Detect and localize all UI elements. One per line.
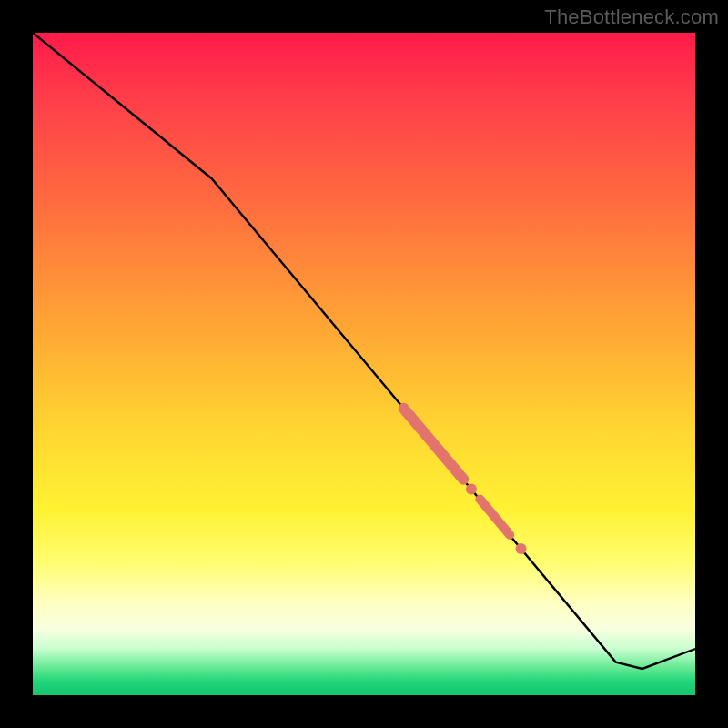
thick-lower xyxy=(480,500,510,535)
dot-low xyxy=(516,543,527,554)
highlight-group xyxy=(404,409,527,554)
watermark-text: TheBottleneck.com xyxy=(544,5,719,29)
thick-upper xyxy=(404,409,464,480)
dot-mid xyxy=(466,484,477,495)
main-curve xyxy=(33,33,695,669)
plot-overlay xyxy=(33,33,695,695)
plot-area xyxy=(33,33,695,695)
chart-frame: TheBottleneck.com xyxy=(0,0,728,728)
